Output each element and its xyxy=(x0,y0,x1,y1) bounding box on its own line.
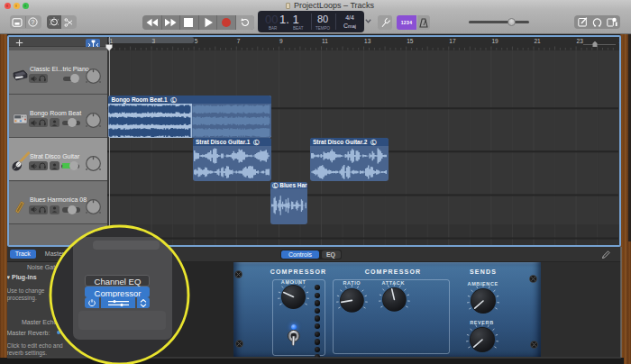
svg-text:?: ? xyxy=(32,19,35,25)
